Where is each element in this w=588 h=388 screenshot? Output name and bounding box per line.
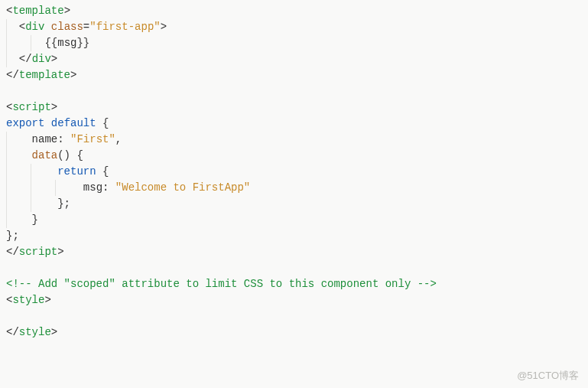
code-line: <style> [6, 292, 582, 308]
code-text: }; [6, 197, 70, 210]
token-punc: = [83, 21, 89, 33]
code-text: msg: "Welcome to FirstApp" [6, 181, 250, 194]
code-line: </script> [6, 244, 582, 260]
token-plain: () { [57, 149, 83, 161]
token-attr: data [32, 149, 58, 161]
code-text: <script> [6, 101, 57, 113]
token-tag: div [32, 53, 51, 65]
code-viewer: <template> <div class="first-app"> {{msg… [0, 0, 588, 388]
token-tag: script [12, 101, 50, 113]
token-punc: > [64, 5, 70, 17]
token-punc: > [51, 326, 57, 338]
code-line: <script> [6, 99, 582, 116]
code-line: msg: "Welcome to FirstApp" [6, 180, 582, 196]
code-text: </style> [6, 326, 57, 338]
token-plain: { [96, 117, 109, 129]
token-plain: , [115, 133, 122, 145]
code-line: {{msg}} [6, 35, 582, 51]
token-kw: return [57, 165, 96, 178]
watermark-badge: @51CTO博客 [517, 367, 579, 383]
token-tag: div [25, 21, 44, 33]
token-plain: name: [32, 133, 70, 145]
code-text: </template> [6, 69, 76, 81]
code-text: }; [6, 230, 19, 242]
code-text: <!-- Add "scoped" attribute to limit CSS… [6, 278, 437, 290]
token-plain: }; [6, 230, 19, 242]
token-attr: class [51, 21, 83, 33]
token-punc: > [44, 294, 50, 306]
code-text: data() { [6, 149, 83, 161]
token-punc: </ [6, 326, 19, 338]
code-text: {{msg}} [6, 37, 89, 49]
code-text: <template> [6, 5, 70, 17]
code-text: } [6, 214, 38, 226]
code-line: </template> [6, 67, 582, 83]
token-punc: </ [6, 69, 19, 81]
code-line [6, 83, 582, 99]
code-line: } [6, 212, 582, 228]
token-kw: default [51, 117, 96, 129]
code-text: </div> [6, 53, 57, 65]
token-punc: > [51, 101, 57, 113]
token-comment: <!-- Add "scoped" attribute to limit CSS… [6, 278, 437, 290]
token-string: "first-app" [89, 21, 160, 33]
token-tag: style [19, 326, 51, 338]
code-text: return { [6, 165, 109, 178]
token-plain: {{msg}} [44, 37, 89, 49]
code-line: <div class="first-app"> [6, 19, 582, 35]
code-line: name: "First", [6, 132, 582, 148]
token-tag: script [19, 246, 57, 258]
token-punc: </ [6, 246, 19, 258]
token-kw: export [6, 117, 44, 129]
token-punc: < [19, 21, 25, 33]
code-text: <style> [6, 294, 51, 306]
code-line: data() { [6, 148, 582, 164]
code-line [6, 260, 582, 276]
code-line: <!-- Add "scoped" attribute to limit CSS… [6, 276, 582, 292]
code-line: </style> [6, 324, 582, 341]
token-plain: } [32, 214, 38, 226]
token-string: "Welcome to FirstApp" [115, 181, 250, 194]
code-line: return { [6, 164, 582, 180]
token-punc: </ [19, 53, 32, 65]
code-line [6, 308, 582, 324]
code-line: }; [6, 196, 582, 212]
token-plain [44, 117, 50, 129]
code-line: }; [6, 228, 582, 244]
token-plain: { [96, 165, 109, 178]
code-line: <template> [6, 3, 582, 19]
code-text: <div class="first-app"> [6, 21, 167, 33]
token-plain [44, 21, 50, 33]
token-punc: > [70, 69, 76, 81]
code-line: </div> [6, 51, 582, 67]
token-tag: template [19, 69, 70, 81]
token-punc: > [161, 21, 167, 33]
token-plain: msg: [83, 181, 115, 194]
token-punc: > [57, 246, 63, 258]
token-tag: template [12, 5, 63, 17]
code-line: export default { [6, 116, 582, 132]
code-text: export default { [6, 117, 109, 129]
token-plain: }; [57, 197, 70, 210]
token-tag: style [12, 294, 44, 306]
code-text: </script> [6, 246, 64, 258]
token-punc: > [51, 53, 57, 65]
code-text: name: "First", [6, 133, 122, 145]
token-string: "First" [70, 133, 115, 145]
